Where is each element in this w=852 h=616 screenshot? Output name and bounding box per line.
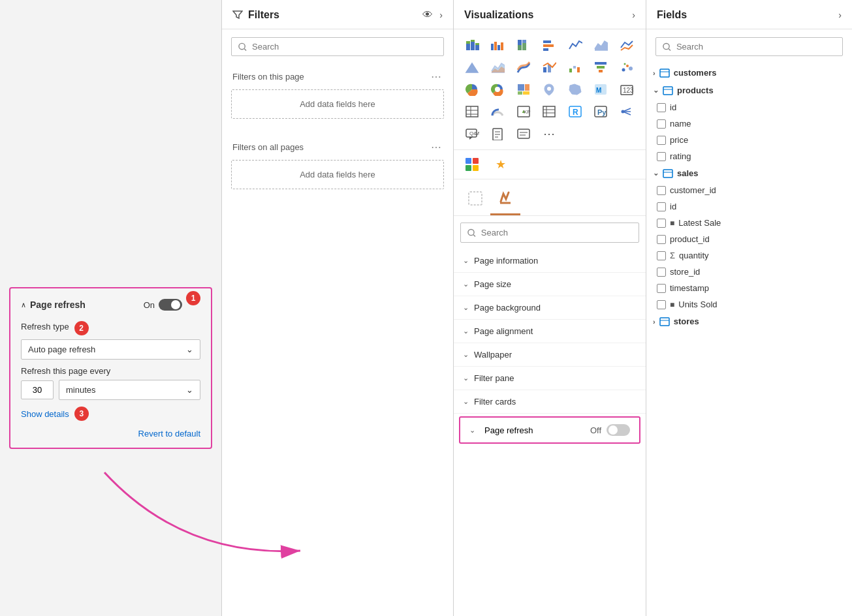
filters-on-all-pages-dropzone[interactable]: Add data fields here [231,160,444,189]
collapse-icon[interactable]: ∧ [21,301,26,309]
viz-icon-kpi[interactable]: ▲KPI [512,101,535,122]
checkbox-products-name[interactable] [657,119,666,129]
filters-search-input[interactable] [252,42,437,52]
page-refresh-toggle-off[interactable] [607,424,630,436]
table-stores[interactable]: › stores [646,313,852,330]
viz-icon-ribbon[interactable] [512,57,535,78]
refresh-value-input[interactable] [21,380,54,399]
field-sales-customer-id[interactable]: customer_id [646,182,852,198]
viz-icon-number-card[interactable]: 123 [615,79,639,100]
viz-icon-azure-maps[interactable]: M [589,79,612,100]
refresh-every-label: Refresh this page every [21,366,200,376]
field-sales-latest-sale[interactable]: ■ Latest Sale [646,215,852,231]
table-sales[interactable]: ⌄ sales [646,164,852,182]
viz-icon-cluster-bar[interactable] [486,35,509,55]
viz-icon-smart-narrative[interactable] [512,123,535,144]
refresh-unit-dropdown[interactable]: minutes ⌄ [59,380,200,400]
checkbox-sales-latest-sale[interactable] [657,219,666,228]
field-sales-quantity[interactable]: Σ quantity [646,247,852,264]
viz-section-filter-pane[interactable]: ⌄ Filter pane [454,367,646,390]
viz-section-page-background[interactable]: ⌄ Page background [454,296,646,320]
viz-icon-gauge[interactable] [486,101,509,122]
fields-search-input[interactable] [676,42,836,52]
viz-icon-filled-map[interactable] [563,79,587,100]
filters-on-page-dropzone[interactable]: Add data fields here [231,89,444,119]
viz-section-page-size[interactable]: ⌄ Page size [454,273,646,296]
field-products-price[interactable]: price [646,132,852,148]
fields-search-box[interactable] [655,37,843,56]
revert-to-default-link[interactable]: Revert to default [21,429,200,439]
viz-icon-matrix[interactable] [537,101,561,122]
viz-icon-combo[interactable] [537,57,561,78]
viz-icon-line-area[interactable] [486,57,509,78]
viz-icon-treemap[interactable] [512,79,535,100]
viz-icon-r-visual[interactable]: R [563,101,587,122]
viz-icon-horizontal-bar[interactable] [537,35,561,55]
refresh-toggle-on[interactable]: On 1 [144,298,200,312]
viz-icon-stacked-bar[interactable] [460,35,484,55]
show-details-link[interactable]: Show details [21,409,69,419]
viz-icon-line[interactable] [563,35,587,55]
filters-search-box[interactable] [231,37,444,56]
viz-tab-format[interactable] [490,185,520,215]
viz-icon-python[interactable]: Py [589,101,612,122]
viz-icon-qa[interactable]: Q&A [460,123,484,144]
checkbox-sales-store-id[interactable] [657,268,666,277]
field-sales-units-sold[interactable]: ■ Units Sold [646,296,852,313]
checkbox-sales-customer-id[interactable] [657,186,666,195]
table-icon-sales [663,169,673,178]
viz-search-box[interactable] [460,223,639,243]
svg-text:R: R [573,108,578,117]
viz-icon-funnel[interactable] [589,57,612,78]
viz-icon-table[interactable] [460,101,484,122]
viz-icon-pie[interactable] [460,79,484,100]
viz-icon-map[interactable] [537,79,561,100]
viz-star-icon[interactable]: ★ [489,154,513,175]
filters-on-all-pages-menu[interactable]: ⋯ [431,141,443,153]
viz-icon-donut[interactable] [486,79,509,100]
checkbox-sales-product-id[interactable] [657,235,666,244]
fields-chevron-right[interactable]: › [838,10,842,20]
viz-icon-paginated[interactable] [486,123,509,144]
toggle-track-on[interactable] [159,299,182,311]
viz-icon-decomp-tree[interactable] [615,101,639,122]
checkbox-sales-units-sold[interactable] [657,300,666,309]
checkbox-products-rating[interactable] [657,152,666,161]
viz-search-input[interactable] [481,228,632,238]
viz-section-page-alignment[interactable]: ⌄ Page alignment [454,320,646,343]
refresh-type-dropdown[interactable]: Auto page refresh ⌄ [21,339,200,360]
field-products-id[interactable]: id [646,99,852,116]
viz-section-page-information[interactable]: ⌄ Page information [454,249,646,273]
viz-section-wallpaper[interactable]: ⌄ Wallpaper [454,343,646,367]
viz-icon-waterfall[interactable] [563,57,587,78]
viz-icon-line-cluster[interactable] [615,35,639,55]
viz-icon-area[interactable] [589,35,612,55]
viz-icon-mountain[interactable] [460,57,484,78]
field-sales-id[interactable]: id [646,198,852,215]
checkbox-sales-id[interactable] [657,202,666,211]
checkbox-products-price[interactable] [657,136,666,145]
field-sales-store-id[interactable]: store_id [646,264,852,280]
table-products[interactable]: ⌄ products [646,82,852,99]
viz-tab-fields[interactable] [460,186,490,215]
svg-rect-4 [466,41,470,44]
filters-on-page-menu[interactable]: ⋯ [431,70,443,83]
checkbox-sales-timestamp[interactable] [657,284,666,293]
table-customers[interactable]: › customers [646,64,852,82]
viz-colorful-grid-icon[interactable] [460,154,484,175]
viz-section-filter-cards[interactable]: ⌄ Filter cards [454,390,646,414]
eye-icon[interactable]: 👁 [422,9,433,21]
checkbox-sales-quantity[interactable] [657,251,666,260]
field-products-rating[interactable]: rating [646,148,852,164]
field-sales-timestamp[interactable]: timestamp [646,280,852,296]
checkbox-products-id[interactable] [657,103,666,112]
field-products-name[interactable]: name [646,116,852,132]
viz-icon-more[interactable]: ⋯ [537,123,561,144]
filters-chevron-right[interactable]: › [439,10,443,20]
viz-section-page-refresh-highlighted[interactable]: ⌄ Page refresh Off [459,416,640,444]
viz-chevron-right[interactable]: › [632,10,635,20]
viz-icon-100pct-bar[interactable] [512,35,535,55]
svg-point-31 [629,67,633,70]
field-sales-product-id[interactable]: product_id [646,231,852,247]
viz-icon-scatter[interactable] [615,57,639,78]
